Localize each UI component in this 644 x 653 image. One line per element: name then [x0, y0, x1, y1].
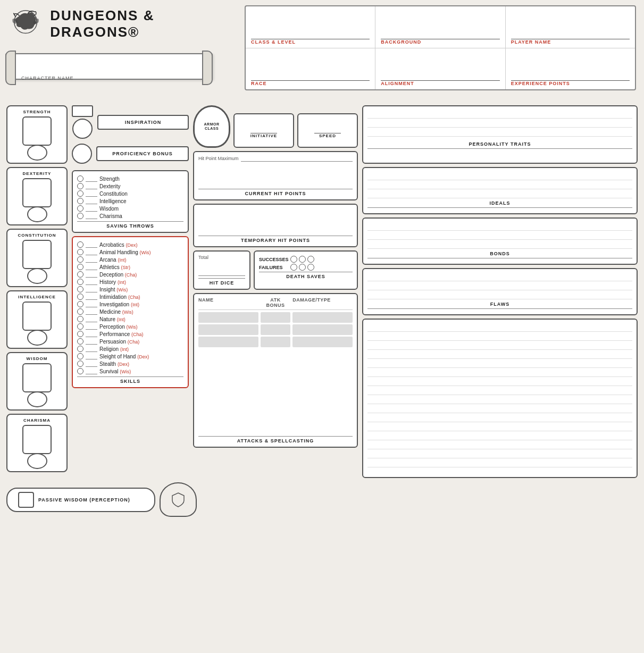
success-circle-1[interactable]: [290, 256, 297, 263]
skill-row: Acrobatics (Dex): [77, 241, 183, 248]
skill-circle[interactable]: [77, 271, 83, 278]
atk-type-2[interactable]: [292, 324, 353, 335]
save-circle[interactable]: [77, 190, 83, 197]
skill-circle[interactable]: [77, 256, 83, 263]
skill-circle[interactable]: [77, 323, 83, 330]
atk-bonus-2[interactable]: [261, 324, 290, 335]
hp-max-line[interactable]: [241, 155, 353, 162]
temp-hp-area[interactable]: TEMPORARY HIT POINTS: [193, 204, 358, 247]
save-circle[interactable]: [77, 198, 83, 204]
skill-circle[interactable]: [77, 346, 83, 352]
failure-circle-3[interactable]: [307, 264, 314, 271]
dexterity-score[interactable]: [22, 178, 52, 207]
class-level-value[interactable]: [251, 30, 370, 39]
skill-circle[interactable]: [77, 316, 83, 322]
failure-circle-1[interactable]: [290, 264, 297, 271]
strength-modifier[interactable]: [27, 145, 47, 161]
save-score-line: [86, 213, 97, 219]
intelligence-modifier[interactable]: [27, 330, 47, 346]
skill-circle[interactable]: [77, 301, 83, 307]
atk-bonus-1[interactable]: [261, 312, 290, 323]
skill-circle[interactable]: [77, 361, 83, 367]
bonds-content[interactable]: [367, 222, 632, 251]
current-hp-value[interactable]: [198, 164, 353, 188]
constitution-score[interactable]: [22, 240, 52, 269]
wisdom-score[interactable]: [22, 363, 52, 392]
inspiration-label-box[interactable]: INSPIRATION: [97, 115, 189, 130]
speed-value[interactable]: [314, 123, 341, 133]
class-level-cell[interactable]: CLASS & LEVEL: [246, 6, 375, 48]
skill-circle[interactable]: [77, 294, 83, 300]
dexterity-modifier[interactable]: [27, 206, 47, 222]
speed-label: SPEED: [319, 133, 336, 138]
player-name-value[interactable]: [511, 30, 630, 39]
success-circle-3[interactable]: [307, 256, 314, 263]
bottom-shield-icon: [160, 482, 197, 517]
hp-max-label: Hit Point Maximum: [198, 156, 239, 161]
skill-circle[interactable]: [77, 241, 83, 248]
background-cell[interactable]: BACKGROUND: [375, 6, 505, 48]
alignment-value[interactable]: [381, 71, 499, 81]
save-circle[interactable]: [77, 175, 83, 182]
inspiration-circle[interactable]: [72, 119, 93, 139]
experience-points-cell[interactable]: EXPERIENCE POINTS: [506, 48, 635, 90]
skill-circle[interactable]: [77, 286, 83, 292]
proficiency-label-box[interactable]: PROFICIENCY BONUS: [96, 146, 189, 161]
skill-circle[interactable]: [77, 368, 83, 374]
inspiration-small-box[interactable]: [72, 105, 93, 117]
armor-class-box[interactable]: ARMORCLASS: [193, 105, 230, 148]
alignment-cell[interactable]: ALIGNMENT: [375, 48, 505, 90]
skill-circle[interactable]: [77, 279, 83, 285]
skill-score-line: [86, 368, 97, 374]
skill-circle[interactable]: [77, 338, 83, 345]
flaws-content[interactable]: [367, 272, 632, 302]
intelligence-score[interactable]: [22, 302, 52, 331]
hit-dice-value[interactable]: [198, 260, 245, 276]
charisma-score[interactable]: [22, 425, 52, 454]
wisdom-modifier[interactable]: [27, 391, 47, 407]
atk-bonus-3[interactable]: [261, 337, 290, 347]
ideals-content[interactable]: [367, 171, 632, 200]
skill-circle[interactable]: [77, 308, 83, 315]
skill-score-line: [86, 316, 97, 322]
spellcasting-area[interactable]: [198, 349, 353, 434]
notes-content[interactable]: [367, 323, 632, 472]
skill-score-line: [86, 353, 97, 359]
atk-type-1[interactable]: [292, 312, 353, 323]
skill-score-line: [86, 308, 97, 315]
constitution-modifier[interactable]: [27, 268, 47, 284]
strength-score[interactable]: [22, 116, 52, 146]
skill-circle[interactable]: [77, 249, 83, 255]
atk-type-3[interactable]: [292, 337, 353, 347]
skill-circle[interactable]: [77, 353, 83, 359]
atk-name-3[interactable]: [198, 337, 258, 347]
xp-value[interactable]: [511, 71, 630, 81]
save-circle[interactable]: [77, 205, 83, 212]
initiative-box[interactable]: INITIATIVE: [233, 113, 294, 148]
success-circle-2[interactable]: [299, 256, 306, 263]
save-circle[interactable]: [77, 213, 83, 219]
atk-name-1[interactable]: [198, 312, 258, 323]
background-value[interactable]: [381, 30, 499, 39]
temp-hp-value[interactable]: [198, 208, 353, 235]
death-saves-box: SUCCESSES FAILURES DEATH SAVES: [254, 250, 358, 290]
failure-circle-2[interactable]: [299, 264, 306, 271]
atk-name-2[interactable]: [198, 324, 258, 335]
charisma-modifier[interactable]: [27, 453, 47, 469]
dragon-icon: [5, 5, 46, 43]
passive-wisdom-score[interactable]: [18, 492, 34, 508]
race-value[interactable]: [251, 71, 370, 81]
speed-box[interactable]: SPEED: [297, 113, 358, 148]
flaws-box: FLAWS: [362, 268, 638, 315]
skill-circle[interactable]: [77, 264, 83, 270]
proficiency-circle[interactable]: [72, 144, 92, 164]
skill-name: Acrobatics (Dex): [99, 242, 137, 248]
race-cell[interactable]: RACE: [246, 48, 375, 90]
initiative-value[interactable]: [250, 123, 277, 133]
save-circle[interactable]: [77, 183, 83, 189]
notes-box: [362, 319, 638, 478]
personality-traits-content[interactable]: [367, 110, 632, 141]
skill-circle[interactable]: [77, 331, 83, 337]
skill-name: Stealth (Dex): [99, 361, 129, 367]
player-name-cell[interactable]: PLAYER NAME: [506, 6, 635, 48]
